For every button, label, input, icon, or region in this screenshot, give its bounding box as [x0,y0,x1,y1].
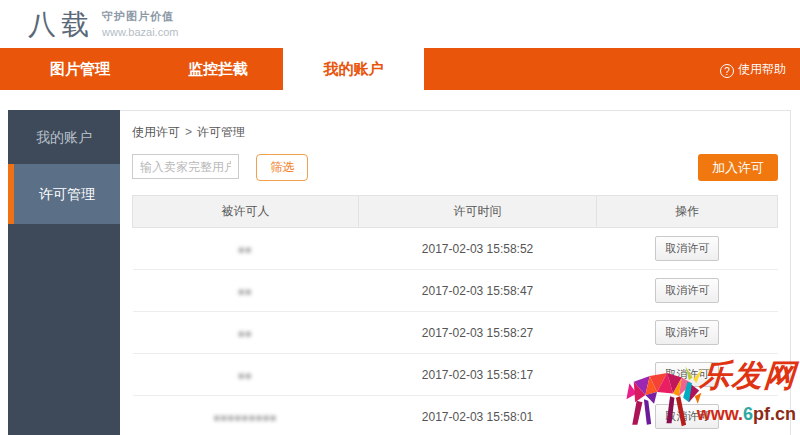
sidebar-item-my-account[interactable]: 我的账户 [8,110,120,164]
nav-tab-my-account[interactable]: 我的账户 [283,43,424,90]
breadcrumb-parent[interactable]: 使用许可 [132,125,180,139]
licensee-name-masked: ●● [238,370,252,381]
column-header-licensee: 被许可人 [133,196,359,228]
licensee-name-masked: ●●●●●●●●● [214,412,277,423]
top-header: 八载 守护图片价值 www.bazai.com [0,0,800,48]
table-row: ●● 2017-02-03 15:58:47 取消许可 [133,270,778,312]
license-time: 2017-02-03 15:58:17 [358,354,597,396]
add-license-button[interactable]: 加入许可 [698,154,778,181]
brand-tagline: 守护图片价值 [102,9,178,24]
cancel-license-button[interactable]: 取消许可 [655,278,719,303]
cancel-license-button[interactable]: 取消许可 [655,236,719,261]
cancel-license-button[interactable]: 取消许可 [655,404,719,429]
brand-logo: 八载 [28,6,94,44]
brand-site-url: www.bazai.com [102,26,178,38]
question-circle-icon: ? [720,64,734,78]
brand-sub: 守护图片价值 www.bazai.com [102,9,178,38]
table-row: ●● 2017-02-03 15:58:27 取消许可 [133,312,778,354]
nav-tab-image-management[interactable]: 图片管理 [25,48,135,90]
seller-search-input[interactable] [132,154,239,179]
breadcrumb-current: 许可管理 [197,125,245,139]
cancel-license-button[interactable]: 取消许可 [655,362,719,387]
column-header-license-time: 许可时间 [358,196,597,228]
help-label: 使用帮助 [738,62,786,76]
table-row: ●●●●●●●●● 2017-02-03 15:58:01 取消许可 [133,396,778,435]
license-time: 2017-02-03 15:58:27 [358,312,597,354]
main-nav: 图片管理 监控拦截 我的账户 ?使用帮助 [0,48,800,90]
table-row: ●● 2017-02-03 15:58:17 取消许可 [133,354,778,396]
cancel-license-button[interactable]: 取消许可 [655,320,719,345]
licensee-name-masked: ●● [238,286,252,297]
content-panel: 使用许可>许可管理 筛选 加入许可 被许可人 许可时间 操作 ●● [120,110,791,435]
sidebar-item-license-management[interactable]: 许可管理 [8,164,120,224]
table-row: ●● 2017-02-03 15:58:52 取消许可 [133,228,778,270]
breadcrumb-separator: > [185,125,192,139]
filter-button[interactable]: 筛选 [256,154,308,181]
column-header-actions: 操作 [597,196,778,228]
breadcrumb: 使用许可>许可管理 [132,124,778,141]
nav-tab-monitor-intercept[interactable]: 监控拦截 [163,48,273,90]
sidebar: 我的账户 许可管理 [8,110,120,435]
page: 八载 守护图片价值 www.bazai.com 图片管理 监控拦截 我的账户 ?… [0,0,800,435]
table-header-row: 被许可人 许可时间 操作 [133,196,778,228]
license-time: 2017-02-03 15:58:47 [358,270,597,312]
help-link[interactable]: ?使用帮助 [720,48,786,90]
license-time: 2017-02-03 15:58:52 [358,228,597,270]
licensee-name-masked: ●● [238,328,252,339]
license-table: 被许可人 许可时间 操作 ●● 2017-02-03 15:58:52 取消许可… [132,195,778,435]
toolbar: 筛选 加入许可 [132,154,778,181]
license-time: 2017-02-03 15:58:01 [358,396,597,435]
licensee-name-masked: ●● [238,244,252,255]
